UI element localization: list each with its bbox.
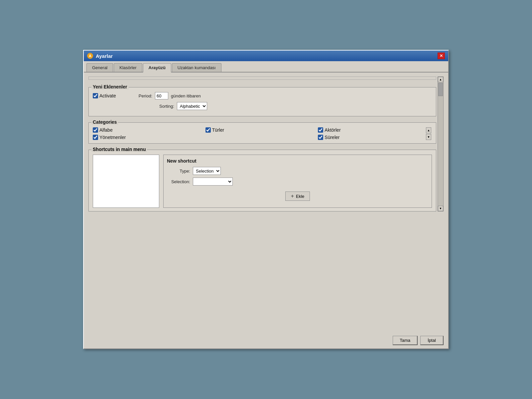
plus-icon: + [291, 193, 294, 199]
top-spacer [88, 76, 436, 80]
add-label: Ekle [296, 194, 304, 199]
cancel-button[interactable]: İptal [420, 336, 444, 345]
cat-turler: Türler [205, 127, 312, 133]
tab-uzaktan[interactable]: Uzaktan kumandası [172, 63, 221, 72]
selection-row: Selection: [167, 178, 428, 186]
cat-aktorler: Aktörler [318, 127, 424, 133]
categories-with-scroll: Alfabe Türler Aktörler [93, 127, 432, 140]
activate-label: Activate [99, 93, 116, 98]
yeni-eklenenler-label: Yeni Eklenenler [91, 84, 129, 89]
cat-alfabe: Alfabe [93, 127, 199, 133]
activate-checkbox[interactable] [93, 93, 98, 98]
add-button[interactable]: + Ekle [285, 192, 310, 201]
categories-grid: Alfabe Türler Aktörler [93, 127, 424, 140]
scroll-up-btn[interactable]: ▲ [438, 77, 443, 82]
cat-turler-checkbox[interactable] [205, 127, 211, 133]
cat-aktorler-label: Aktörler [325, 127, 340, 133]
categories-scrollbar: ▲ ▼ [426, 127, 432, 140]
bottom-bar: Tama İptal [393, 336, 444, 345]
main-scrollbar: ▲ ▼ [438, 76, 444, 211]
scroll-thumb[interactable] [438, 83, 443, 96]
content-area: Yeni Eklenenler Activate Period: günden … [84, 72, 448, 215]
cat-yonetmenler-checkbox[interactable] [93, 135, 98, 140]
cat-alfabe-checkbox[interactable] [93, 127, 98, 133]
type-select[interactable]: Selection Category Filter [193, 167, 221, 175]
categories-scroll-down[interactable]: ▼ [426, 134, 431, 140]
cat-sureler: Süreler [318, 135, 424, 140]
new-shortcut-title: New shortcut [167, 158, 428, 164]
tab-general[interactable]: General [86, 63, 113, 72]
selection-select[interactable] [193, 178, 233, 186]
tab-arayuzu[interactable]: Arayüzü [143, 63, 171, 72]
settings-window: A Ayarlar ✕ General Klasörler Arayüzü Uz… [83, 50, 449, 349]
shortcuts-label: Shortcuts in main menu [91, 147, 147, 152]
sorting-select[interactable]: Alphabetic By Date By Rating [177, 102, 207, 110]
period-label: Period: [139, 93, 152, 98]
categories-content: Alfabe Türler Aktörler [93, 127, 432, 140]
tab-bar: General Klasörler Arayüzü Uzaktan kumand… [84, 61, 448, 72]
shortcuts-list[interactable] [93, 155, 159, 208]
title-bar: A Ayarlar ✕ [84, 51, 448, 61]
cat-aktorler-checkbox[interactable] [318, 127, 323, 133]
scroll-down-btn[interactable]: ▼ [438, 206, 443, 211]
selection-label: Selection: [167, 179, 190, 184]
categories-group: Categories Alfabe Türler [88, 122, 436, 144]
window-title: Ayarlar [96, 53, 113, 59]
cat-sureler-label: Süreler [325, 135, 339, 140]
ok-button[interactable]: Tama [393, 336, 418, 345]
cat-yonetmenler-label: Yönetmenler [99, 135, 126, 140]
yeni-eklenenler-content: Activate Period: günden itibaren Sorting… [93, 92, 432, 110]
sorting-row: Sorting: Alphabetic By Date By Rating [93, 102, 432, 110]
activate-row: Activate Period: günden itibaren [93, 92, 432, 99]
cat-yonetmenler: Yönetmenler [93, 135, 199, 140]
app-icon: A [87, 53, 93, 59]
period-suffix: günden itibaren [171, 93, 201, 98]
period-input[interactable] [155, 92, 168, 99]
title-bar-left: A Ayarlar [87, 53, 113, 59]
close-button[interactable]: ✕ [438, 53, 445, 59]
cat-turler-label: Türler [212, 127, 224, 133]
add-btn-container: + Ekle [167, 188, 428, 201]
shortcuts-inner: New shortcut Type: Selection Category Fi… [93, 155, 432, 208]
type-row: Type: Selection Category Filter [167, 167, 428, 175]
main-panel: Yeni Eklenenler Activate Period: günden … [88, 76, 436, 211]
new-shortcut-panel: New shortcut Type: Selection Category Fi… [163, 155, 432, 208]
categories-label: Categories [91, 119, 118, 125]
type-label: Type: [167, 169, 190, 174]
cat-alfabe-label: Alfabe [99, 127, 113, 133]
cat-sureler-checkbox[interactable] [318, 135, 323, 140]
categories-scroll-up[interactable]: ▲ [426, 127, 431, 133]
activate-checkbox-wrapper: Activate [93, 93, 116, 98]
shortcuts-section: Shortcuts in main menu New shortcut Type… [88, 150, 436, 211]
tab-klasorler[interactable]: Klasörler [114, 63, 142, 72]
yeni-eklenenler-group: Yeni Eklenenler Activate Period: günden … [88, 87, 436, 116]
sorting-label: Sorting: [159, 104, 174, 109]
